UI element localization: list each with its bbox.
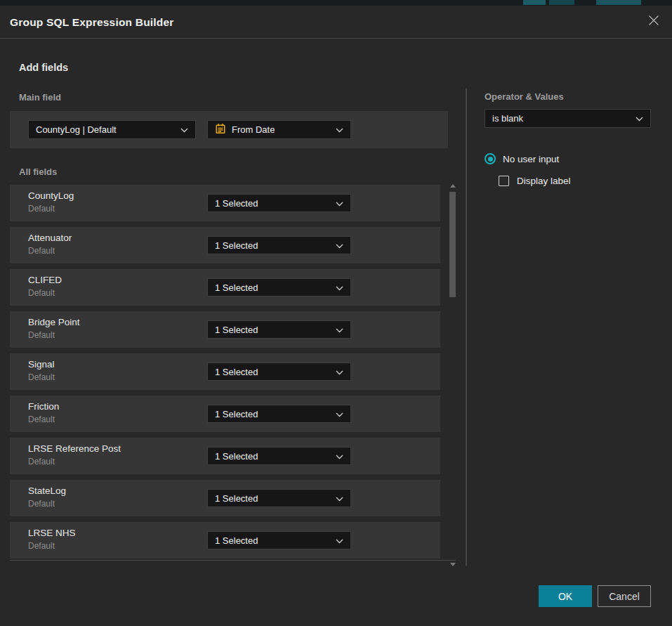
- operator-dropdown-value: is blank: [492, 113, 523, 124]
- field-row-clifed: CLIFED Default 1 Selected: [10, 269, 440, 306]
- dropdown-value: 1 Selected: [215, 535, 258, 546]
- dropdown-value: 1 Selected: [215, 240, 258, 251]
- scrollbar-thumb[interactable]: [449, 192, 456, 297]
- operator-values-label: Operator & Values: [485, 91, 564, 102]
- chevron-down-icon: [336, 198, 343, 209]
- field-subtitle: Default: [28, 330, 55, 340]
- field-row-lrse-reference-post: LRSE Reference Post Default 1 Selected: [10, 438, 440, 474]
- dropdown-value: 1 Selected: [215, 409, 258, 419]
- no-user-input-radio[interactable]: No user input: [485, 153, 559, 164]
- main-field-dropdown[interactable]: From Date: [207, 120, 351, 139]
- all-fields-label: All fields: [19, 167, 57, 177]
- background-fragment: [596, 0, 641, 5]
- field-selected-dropdown[interactable]: 1 Selected: [207, 278, 351, 296]
- main-field-dropdown-value: From Date: [232, 124, 275, 135]
- layer-dropdown[interactable]: CountyLog | Default: [28, 120, 196, 139]
- field-selected-dropdown[interactable]: 1 Selected: [207, 236, 351, 254]
- scrollbar-down-arrow-icon[interactable]: [450, 563, 456, 566]
- field-name: StateLog: [28, 485, 66, 496]
- display-label-checkbox[interactable]: Display label: [499, 176, 571, 186]
- field-subtitle: Default: [28, 372, 55, 382]
- field-subtitle: Default: [28, 246, 55, 256]
- field-name: Bridge Point: [28, 317, 80, 327]
- field-subtitle: Default: [28, 288, 55, 298]
- cancel-button[interactable]: Cancel: [598, 585, 651, 607]
- field-name: Signal: [28, 359, 55, 370]
- screen: Group SQL Expression Builder Add fields …: [0, 0, 672, 626]
- background-fragment: [523, 0, 546, 5]
- chevron-down-icon: [635, 113, 643, 124]
- list-bottom-edge: [10, 560, 456, 561]
- field-selected-dropdown[interactable]: 1 Selected: [207, 489, 351, 507]
- dropdown-value: 1 Selected: [215, 451, 258, 462]
- field-selected-dropdown[interactable]: 1 Selected: [207, 447, 351, 465]
- field-row-attenuator: Attenuator Default 1 Selected: [10, 227, 440, 263]
- radio-selected-icon: [485, 153, 496, 164]
- dropdown-value: 1 Selected: [215, 198, 258, 209]
- operator-dropdown[interactable]: is blank: [485, 109, 651, 128]
- chevron-down-icon: [336, 367, 343, 377]
- dialog-header: Group SQL Expression Builder: [0, 6, 672, 39]
- close-icon: [648, 15, 659, 29]
- field-row-friction: Friction Default 1 Selected: [10, 396, 440, 432]
- field-row-lrse-nhs: LRSE NHS Default 1 Selected: [10, 522, 440, 559]
- chevron-down-icon: [336, 451, 343, 462]
- chevron-down-icon: [336, 124, 343, 135]
- dropdown-value: 1 Selected: [215, 282, 258, 293]
- main-field-label: Main field: [19, 92, 61, 103]
- chevron-down-icon: [336, 409, 343, 419]
- field-selected-dropdown[interactable]: 1 Selected: [207, 194, 351, 212]
- layer-dropdown-value: CountyLog | Default: [36, 124, 117, 135]
- field-subtitle: Default: [28, 204, 55, 214]
- dropdown-value: 1 Selected: [215, 367, 258, 377]
- background-fragment: [549, 0, 574, 5]
- field-row-countylog: CountyLog Default 1 Selected: [10, 185, 440, 221]
- field-subtitle: Default: [28, 415, 55, 424]
- chevron-down-icon: [336, 535, 343, 546]
- checkbox-label: Display label: [517, 176, 571, 186]
- background-app-sliver: [0, 0, 672, 6]
- radio-label: No user input: [503, 154, 559, 164]
- field-subtitle: Default: [28, 457, 55, 467]
- panel-divider: [466, 89, 467, 566]
- field-row-signal: Signal Default 1 Selected: [10, 353, 440, 390]
- field-name: LRSE NHS: [28, 528, 76, 538]
- checkbox-unchecked-icon: [499, 176, 509, 186]
- field-row-statelog: StateLog Default 1 Selected: [10, 480, 440, 516]
- field-name: Friction: [28, 401, 59, 412]
- scrollbar-up-arrow-icon[interactable]: [450, 184, 456, 188]
- dialog-title: Group SQL Expression Builder: [10, 6, 174, 39]
- chevron-down-icon: [336, 493, 343, 504]
- chevron-down-icon: [336, 240, 343, 251]
- field-name: LRSE Reference Post: [28, 443, 121, 454]
- chevron-down-icon: [336, 325, 343, 335]
- field-selected-dropdown[interactable]: 1 Selected: [207, 405, 351, 423]
- close-button[interactable]: [646, 14, 661, 30]
- field-selected-dropdown[interactable]: 1 Selected: [207, 363, 351, 381]
- field-subtitle: Default: [28, 499, 55, 509]
- field-name: Attenuator: [28, 233, 72, 243]
- add-fields-heading: Add fields: [19, 62, 68, 73]
- field-subtitle: Default: [28, 541, 55, 551]
- dropdown-value: 1 Selected: [215, 493, 258, 504]
- field-selected-dropdown[interactable]: 1 Selected: [207, 320, 351, 339]
- calendar-date-icon: [215, 123, 226, 136]
- field-selected-dropdown[interactable]: 1 Selected: [207, 531, 351, 549]
- field-name: CountyLog: [28, 190, 74, 201]
- field-name: CLIFED: [28, 275, 62, 285]
- chevron-down-icon: [336, 282, 343, 293]
- chevron-down-icon: [180, 124, 188, 135]
- field-row-bridge-point: Bridge Point Default 1 Selected: [10, 311, 440, 348]
- main-field-panel: CountyLog | Default: [10, 111, 448, 148]
- dropdown-value: 1 Selected: [215, 325, 258, 335]
- group-sql-expression-builder-dialog: Group SQL Expression Builder Add fields …: [0, 6, 672, 626]
- ok-button[interactable]: OK: [539, 585, 592, 607]
